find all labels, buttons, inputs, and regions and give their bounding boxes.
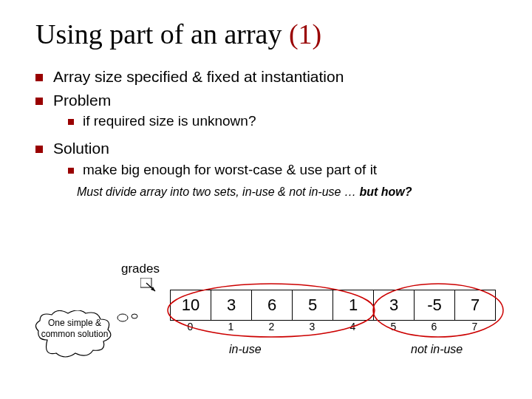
array-cell: 3 — [211, 290, 252, 321]
title-suffix: (1) — [289, 18, 321, 50]
array-var-label: grades — [121, 262, 160, 276]
array-cell: -5 — [415, 290, 455, 321]
array-index: 7 — [454, 321, 495, 332]
bullet-3-sub: make big enough for worst-case & use par… — [68, 162, 505, 178]
note-text: Must divide array into two sets, in-use … — [77, 185, 359, 198]
pointer-arrow-icon — [140, 278, 157, 294]
svg-point-6 — [132, 314, 137, 318]
array-index: 0 — [170, 321, 211, 332]
title-main: Using part of an array — [35, 18, 289, 50]
array-cell: 7 — [455, 290, 496, 321]
cloud-text: One simple & common solution — [40, 318, 109, 340]
array-index: 2 — [251, 321, 292, 332]
array-table: 10 3 6 5 1 3 -5 7 — [170, 290, 496, 321]
notinuse-label: not in-use — [411, 343, 463, 356]
bullet-list: Array size specified & fixed at instanti… — [35, 65, 505, 112]
array-cell: 3 — [374, 290, 415, 321]
svg-point-5 — [117, 314, 128, 321]
bullet-2-sub: if required size is unknown? — [68, 113, 505, 129]
array-cell: 10 — [171, 290, 211, 321]
bullet-3: Solution — [35, 137, 505, 160]
array-cell: 5 — [293, 290, 333, 321]
array-cell: 6 — [252, 290, 293, 321]
array-index: 1 — [211, 321, 251, 332]
cloud-bubbles-icon — [117, 310, 143, 325]
array-cell: 1 — [333, 290, 374, 321]
bullet-2a: if required size is unknown? — [68, 113, 505, 129]
note-line: Must divide array into two sets, in-use … — [77, 185, 505, 199]
slide-title: Using part of an array (1) — [35, 18, 505, 50]
array-index: 5 — [373, 321, 414, 332]
array-index: 3 — [292, 321, 332, 332]
note-bold: but how? — [359, 185, 412, 198]
array-index: 6 — [414, 321, 454, 332]
bullet-3a: make big enough for worst-case & use par… — [68, 162, 505, 178]
bullet-list-2: Solution — [35, 137, 505, 160]
bullet-2: Problem — [35, 89, 505, 112]
inuse-label: in-use — [229, 343, 262, 356]
bullet-1: Array size specified & fixed at instanti… — [35, 65, 505, 89]
array-index: 4 — [332, 321, 373, 332]
index-row: 0 1 2 3 4 5 6 7 — [170, 321, 495, 332]
